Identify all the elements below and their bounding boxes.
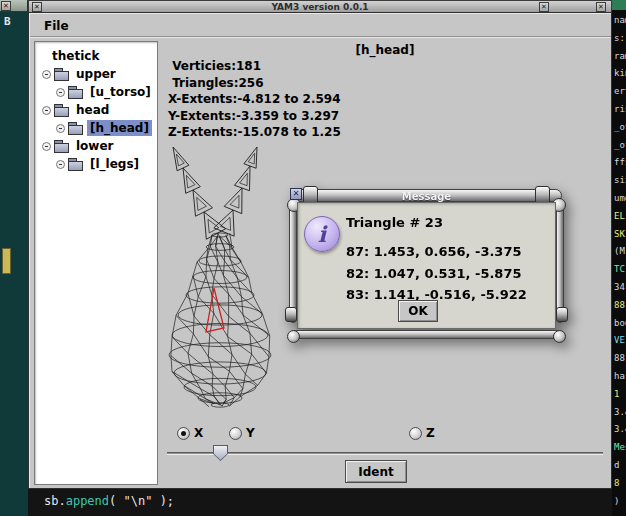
tree-item-label: [h_head] bbox=[87, 120, 152, 136]
background-window-label: B bbox=[4, 15, 11, 28]
pipe-sleeve bbox=[556, 307, 568, 322]
code-fragment: siz bbox=[614, 172, 626, 190]
ok-button[interactable]: OK bbox=[398, 300, 438, 322]
tree-item-label: lower bbox=[73, 138, 117, 154]
code-fragments-column: nams:ramkinertris_of_offfssizumeELSK(MTC… bbox=[614, 12, 626, 510]
code-fragment: nam bbox=[614, 12, 626, 30]
code-fragment: 3.4 bbox=[614, 421, 626, 439]
info-icon: i bbox=[304, 216, 340, 252]
tree-item-u_torso[interactable]: [u_torso] bbox=[35, 83, 157, 101]
code-line: sb.append( "\n" ); bbox=[44, 494, 174, 508]
stat-line: Verticies:181 bbox=[168, 58, 341, 75]
code-fragment: 88 bbox=[614, 350, 626, 368]
code-fragment: bou bbox=[614, 315, 626, 333]
axis-radio-z[interactable] bbox=[409, 427, 422, 440]
background-editor-bottom: sb.append( "\n" ); bbox=[28, 488, 626, 516]
tree-item-head[interactable]: head bbox=[35, 101, 157, 119]
tree-item-thetick[interactable]: thetick bbox=[35, 47, 157, 65]
terminal-highlight-block bbox=[2, 248, 11, 274]
tree-expand-icon[interactable] bbox=[56, 124, 65, 133]
tree-item-label: [u_torso] bbox=[87, 84, 154, 100]
code-fragment: (M bbox=[614, 243, 626, 261]
dialog-heading: Triangle # 23 bbox=[346, 215, 443, 230]
stat-line: Y-Extents:-3.359 to 3.297 bbox=[168, 108, 341, 125]
code-fragment: 1 bbox=[614, 386, 626, 404]
tree-expand-icon[interactable] bbox=[56, 160, 65, 169]
info-icon-glyph: i bbox=[318, 221, 326, 247]
stat-line: Triangles:256 bbox=[168, 75, 341, 92]
dialog-titlebar[interactable]: Message bbox=[291, 189, 562, 202]
slider-thumb[interactable] bbox=[213, 445, 228, 461]
code-fragment: d bbox=[614, 457, 626, 475]
menu-bar: File bbox=[30, 14, 611, 38]
tree-expand-icon[interactable] bbox=[42, 106, 51, 115]
code-fragment: VE bbox=[614, 332, 626, 350]
tree-item-l_legs[interactable]: [l_legs] bbox=[35, 155, 157, 173]
window-title: YAM3 version 0.0.1 bbox=[29, 2, 611, 12]
folder-icon bbox=[68, 86, 83, 99]
tree-item-label: [l_legs] bbox=[87, 156, 142, 172]
ident-button[interactable]: Ident bbox=[345, 460, 407, 483]
stat-line: X-Extents:-4.812 to 2.594 bbox=[168, 91, 341, 108]
code-fragment: Mes bbox=[614, 439, 626, 457]
window-titlebar[interactable]: YAM3 version 0.0.1 ✕ ✕ ✕ bbox=[28, 0, 612, 12]
close-icon[interactable]: ✕ bbox=[32, 2, 42, 12]
background-terminal-left: ✕ B bbox=[0, 0, 30, 516]
code-token: "\n" bbox=[124, 494, 153, 508]
pipe-corner-cap bbox=[553, 330, 566, 343]
code-fragment: EL bbox=[614, 208, 626, 226]
tree-item-upper[interactable]: upper bbox=[35, 65, 157, 83]
code-fragment: ert bbox=[614, 83, 626, 101]
dialog-border-pipe bbox=[556, 205, 564, 323]
axis-radio-y[interactable] bbox=[229, 427, 242, 440]
tree-item-lower[interactable]: lower bbox=[35, 137, 157, 155]
tree-item-h_head[interactable]: [h_head] bbox=[35, 119, 157, 137]
close-icon[interactable]: ✕ bbox=[539, 2, 549, 12]
dialog-border-pipe bbox=[289, 205, 297, 323]
code-token: append bbox=[66, 494, 109, 508]
background-editor-right: nams:ramkinertris_of_offfssizumeELSK(MTC… bbox=[612, 0, 626, 516]
code-fragment: SK bbox=[614, 226, 626, 244]
code-token: . bbox=[58, 494, 65, 508]
close-icon[interactable]: ✕ bbox=[596, 2, 606, 12]
code-token: ( bbox=[109, 494, 123, 508]
vertex-line: 82: 1.047, 0.531, -5.875 bbox=[346, 263, 527, 285]
code-fragment: ume bbox=[614, 190, 626, 208]
frame-slider[interactable] bbox=[167, 445, 603, 461]
pipe-sleeve bbox=[285, 307, 297, 322]
background-titlebar-fragment bbox=[612, 0, 626, 10]
mesh-name-header: [h_head] bbox=[160, 43, 610, 57]
model-tree[interactable]: thetickupper[u_torso]head[h_head]lower[l… bbox=[34, 41, 158, 485]
code-fragment: 34 bbox=[614, 279, 626, 297]
code-fragment: 3.4 bbox=[614, 404, 626, 422]
close-icon[interactable]: ✕ bbox=[1, 1, 11, 11]
axis-radio-x[interactable] bbox=[177, 427, 190, 440]
message-dialog: Message ✕ i Triangle # 23 87: 1.453, 0.6… bbox=[286, 185, 567, 344]
close-icon[interactable]: ✕ bbox=[290, 188, 302, 200]
slider-thumb-face bbox=[214, 446, 227, 460]
code-fragment: kin bbox=[614, 65, 626, 83]
code-fragment: _of bbox=[614, 137, 626, 155]
tree-expand-icon[interactable] bbox=[42, 142, 51, 151]
folder-icon bbox=[54, 104, 69, 117]
menu-file[interactable]: File bbox=[39, 18, 74, 34]
code-token: sb bbox=[44, 494, 58, 508]
code-fragment: ) bbox=[614, 493, 626, 511]
slider-track[interactable] bbox=[167, 452, 603, 455]
code-fragment: s: bbox=[614, 30, 626, 48]
code-fragment: 8 bbox=[614, 475, 626, 493]
code-fragment: _of bbox=[614, 119, 626, 137]
folder-icon bbox=[68, 122, 83, 135]
code-fragment: ris bbox=[614, 101, 626, 119]
folder-icon bbox=[54, 140, 69, 153]
tree-expand-icon[interactable] bbox=[42, 70, 51, 79]
dialog-vertex-lines: 87: 1.453, 0.656, -3.37582: 1.047, 0.531… bbox=[346, 241, 527, 306]
background-window-titlebar: ✕ bbox=[0, 0, 27, 12]
pipe-corner-cap bbox=[287, 330, 300, 343]
code-fragment: ffs bbox=[614, 154, 626, 172]
tree-item-label: thetick bbox=[49, 48, 102, 64]
tree-expand-icon[interactable] bbox=[56, 88, 65, 97]
code-fragment: TC bbox=[614, 261, 626, 279]
tree-item-label: head bbox=[73, 102, 112, 118]
dialog-content: i Triangle # 23 87: 1.453, 0.656, -3.375… bbox=[297, 202, 556, 329]
